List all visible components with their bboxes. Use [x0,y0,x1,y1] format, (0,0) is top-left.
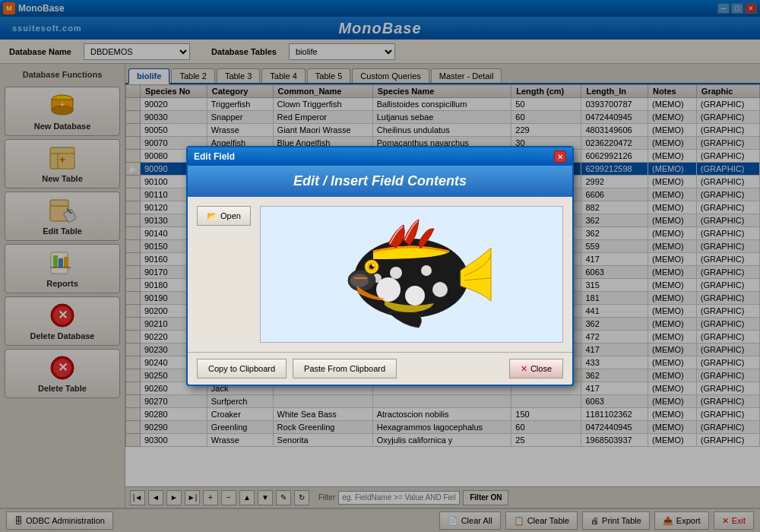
modal-header: Edit / Insert Field Contents [188,166,572,197]
modal-close-button[interactable]: ✕ Close [509,359,563,378]
open-label: Open [220,211,241,220]
close-label: Close [530,364,552,373]
svg-point-27 [390,267,402,279]
svg-point-26 [432,282,448,297]
fish-display-area [260,206,563,343]
svg-point-28 [421,265,432,276]
modal-title: Edit Field [194,151,235,162]
fish-image [328,214,495,335]
modal-body: 📂 Open [188,197,572,352]
edit-field-modal: Edit Field ✕ Edit / Insert Field Content… [186,146,574,386]
modal-title-bar: Edit Field ✕ [188,147,572,166]
modal-footer: Copy to Clipboard Paste From Clipboard ✕… [188,352,572,385]
svg-point-31 [350,274,369,287]
close-icon: ✕ [521,364,527,374]
modal-open-button[interactable]: 📂 Open [197,206,251,226]
modal-left-panel: 📂 Open [197,206,251,343]
modal-header-text: Edit / Insert Field Contents [293,173,467,188]
copy-clipboard-button[interactable]: Copy to Clipboard [197,359,287,378]
svg-point-25 [405,286,425,306]
paste-clipboard-button[interactable]: Paste From Clipboard [293,359,397,378]
modal-close-x-button[interactable]: ✕ [554,150,566,163]
svg-point-36 [372,264,375,267]
open-folder-icon: 📂 [207,211,217,221]
modal-overlay: Edit Field ✕ Edit / Insert Field Content… [0,0,760,532]
